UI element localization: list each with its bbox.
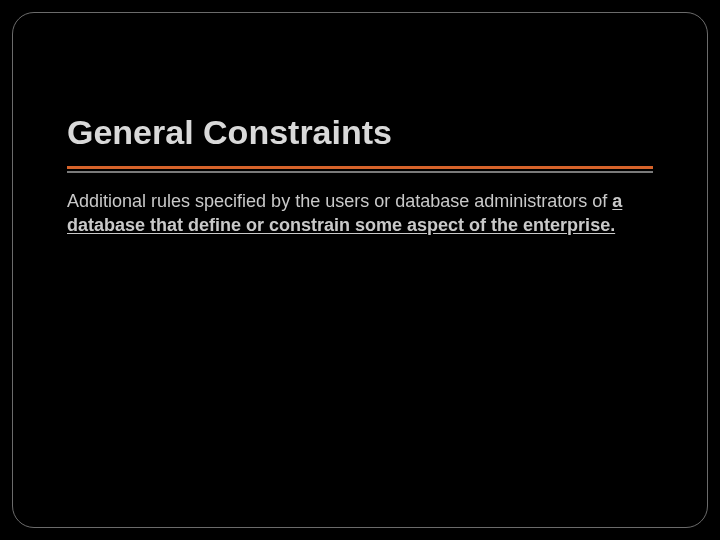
slide-body: Additional rules specified by the users … <box>67 189 627 238</box>
body-text-normal: Additional rules specified by the users … <box>67 191 612 211</box>
slide-content: General Constraints Additional rules spe… <box>13 13 707 527</box>
divider-accent <box>67 166 653 169</box>
divider-secondary <box>67 171 653 173</box>
slide-title: General Constraints <box>67 113 653 152</box>
slide-frame: General Constraints Additional rules spe… <box>12 12 708 528</box>
